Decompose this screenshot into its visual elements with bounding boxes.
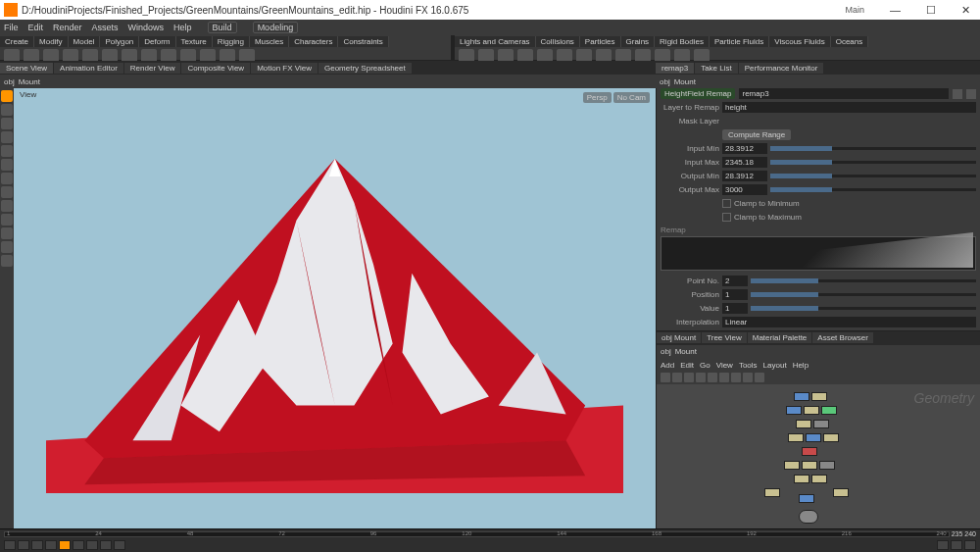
net-tool-icon[interactable] [661, 373, 670, 382]
shelf-tab[interactable]: Viscous Fluids [769, 36, 830, 47]
tab-render-view[interactable]: Render View [124, 63, 181, 74]
shelf-tab[interactable]: Deform [139, 36, 175, 47]
last-frame-icon[interactable] [114, 540, 125, 550]
network-node[interactable] [802, 461, 817, 470]
remap-ramp[interactable] [661, 236, 976, 271]
tab-composite-view[interactable]: Composite View [181, 63, 250, 74]
step-forward-icon[interactable] [86, 540, 98, 550]
handle-tool-icon[interactable] [1, 173, 13, 184]
net-menu-add[interactable]: Add [661, 361, 674, 370]
net-tool-icon[interactable] [719, 373, 729, 382]
position-slider[interactable] [751, 293, 976, 296]
menu-help[interactable]: Help [173, 23, 192, 32]
pointno-slider[interactable] [751, 279, 976, 282]
net-tool-icon[interactable] [696, 373, 706, 382]
snap-tool-icon[interactable] [1, 159, 13, 171]
window-close-button[interactable]: ✕ [956, 4, 976, 17]
output-max-slider[interactable] [770, 188, 976, 191]
layer-field[interactable] [722, 102, 976, 113]
crumb-node[interactable]: Mount [674, 77, 696, 86]
node-name-field[interactable] [739, 88, 949, 99]
interp-field[interactable] [722, 317, 976, 327]
prev-keyframe-icon[interactable] [18, 540, 29, 550]
shelf-tab[interactable]: Polygon [100, 36, 139, 47]
select-tool-icon[interactable] [1, 90, 13, 102]
play-back-icon[interactable] [45, 540, 57, 550]
network-node[interactable] [786, 406, 802, 415]
tab-takelist[interactable]: Take List [695, 63, 738, 74]
tab-geo-spreadsheet[interactable]: Geometry Spreadsheet [318, 63, 412, 74]
network-node[interactable] [819, 461, 835, 470]
net-tool-icon[interactable] [755, 373, 764, 382]
next-keyframe-icon[interactable] [100, 540, 112, 550]
net-tab-matpalette[interactable]: Material Palette [748, 332, 812, 343]
net-crumb-obj[interactable]: obj [661, 347, 671, 356]
net-tab-context[interactable]: obj Mount [657, 332, 701, 343]
shelf-tab[interactable]: Rigid Bodies [655, 36, 710, 47]
network-node[interactable] [764, 488, 780, 497]
network-node[interactable] [811, 475, 827, 483]
clamp-min-checkbox[interactable] [722, 199, 731, 208]
timeline-track[interactable]: 1 24 48 72 96 120 144 168 192 216 240 [4, 531, 950, 537]
position-field[interactable] [722, 289, 748, 300]
clamp-max-checkbox[interactable] [722, 213, 731, 222]
window-minimize-button[interactable]: — [884, 4, 906, 17]
menu-assets[interactable]: Assets [92, 23, 119, 32]
shelf-tab[interactable]: Modify [34, 36, 69, 47]
lasso-tool-icon[interactable] [1, 104, 13, 116]
shelf-tab[interactable]: Muscles [250, 36, 289, 47]
net-tool-icon[interactable] [672, 373, 682, 382]
network-node[interactable] [799, 494, 814, 503]
shelf-tab[interactable]: Collisions [536, 36, 580, 47]
tab-scene-view[interactable]: Scene View [0, 63, 53, 74]
network-node[interactable] [788, 433, 804, 442]
net-menu-go[interactable]: Go [700, 361, 710, 370]
realtime-toggle-icon[interactable] [937, 540, 949, 550]
flipbook-tool-icon[interactable] [1, 241, 13, 253]
menu-dropdown[interactable]: Main [845, 5, 864, 15]
menu-render[interactable]: Render [53, 23, 82, 32]
scale-tool-icon[interactable] [1, 145, 13, 157]
menu-edit[interactable]: Edit [28, 23, 44, 32]
shelf-tab[interactable]: Texture [176, 36, 213, 47]
move-tool-icon[interactable] [1, 118, 13, 129]
net-crumb-node[interactable]: Mount [675, 347, 697, 356]
output-max-field[interactable] [722, 184, 767, 195]
network-node[interactable] [784, 461, 800, 470]
net-tool-icon[interactable] [731, 373, 741, 382]
network-node[interactable] [823, 433, 839, 442]
shelf-tab[interactable]: Model [69, 36, 101, 47]
network-node[interactable] [794, 475, 809, 483]
shelf-tab[interactable]: Grains [621, 36, 656, 47]
shelf-tab[interactable]: Create [0, 36, 34, 47]
net-tool-icon[interactable] [743, 373, 753, 382]
net-menu-edit[interactable]: Edit [680, 361, 694, 370]
shelf-tab[interactable]: Characters [289, 36, 338, 47]
shelf-tab[interactable]: Constraints [338, 36, 388, 47]
viewport-camera-badge[interactable]: Persp [583, 92, 612, 103]
play-forward-icon[interactable] [73, 540, 84, 550]
show-tool-icon[interactable] [1, 186, 13, 198]
net-tool-icon[interactable] [684, 373, 694, 382]
net-menu-help[interactable]: Help [793, 361, 808, 370]
shelf-tab[interactable]: Particles [580, 36, 621, 47]
input-max-field[interactable] [722, 157, 767, 168]
first-frame-icon[interactable] [4, 540, 16, 550]
shelf-tab[interactable]: Rigging [213, 36, 250, 47]
net-tab-tree[interactable]: Tree View [702, 332, 747, 343]
scene-viewport[interactable]: View Persp No Cam [14, 88, 656, 528]
input-max-slider[interactable] [770, 161, 976, 164]
crumb-node[interactable]: Mount [19, 77, 40, 86]
network-node[interactable] [813, 420, 829, 428]
pointno-field[interactable] [722, 276, 748, 286]
network-node[interactable] [794, 392, 809, 401]
menu-file[interactable]: File [4, 23, 19, 32]
network-node[interactable] [833, 488, 849, 497]
desktop-build[interactable]: Build [208, 22, 237, 33]
shelf-tab[interactable]: Oceans [831, 36, 869, 47]
tab-params[interactable]: remap3 [656, 63, 694, 74]
crumb-obj[interactable]: obj [4, 77, 15, 86]
network-node[interactable] [796, 420, 811, 428]
network-canvas[interactable]: Geometry [657, 384, 980, 528]
network-node[interactable] [811, 392, 827, 401]
